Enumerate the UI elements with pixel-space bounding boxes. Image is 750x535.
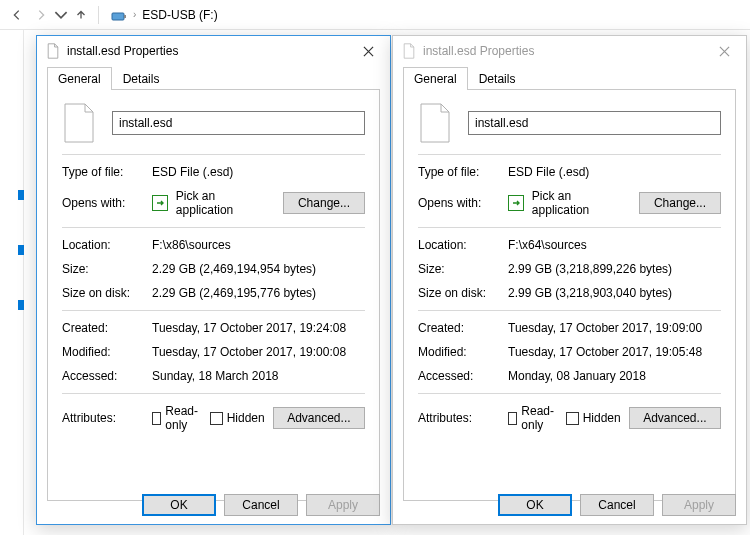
value-opens: Pick an application	[532, 189, 631, 217]
ok-button[interactable]: OK	[498, 494, 572, 516]
store-icon	[152, 195, 168, 211]
breadcrumb[interactable]: › ESD-USB (F:)	[111, 7, 218, 23]
change-button[interactable]: Change...	[283, 192, 365, 214]
usb-drive-icon	[111, 7, 127, 23]
label-size: Size:	[418, 262, 500, 276]
change-button[interactable]: Change...	[639, 192, 721, 214]
value-modified: Tuesday, 17 October 2017, 19:00:08	[152, 345, 365, 359]
nav-back-button[interactable]	[6, 4, 28, 26]
nav-up-button[interactable]	[70, 4, 92, 26]
titlebar[interactable]: install.esd Properties	[393, 36, 746, 66]
filename-text: install.esd	[119, 116, 172, 130]
label-attributes: Attributes:	[418, 411, 500, 425]
tab-content: install.esd Type of file: ESD File (.esd…	[47, 89, 380, 501]
filename-input[interactable]: install.esd	[112, 111, 365, 135]
value-created: Tuesday, 17 October 2017, 19:24:08	[152, 321, 365, 335]
close-button[interactable]	[710, 37, 738, 65]
value-modified: Tuesday, 17 October 2017, 19:05:48	[508, 345, 721, 359]
apply-button[interactable]: Apply	[306, 494, 380, 516]
label-modified: Modified:	[418, 345, 500, 359]
filename-input[interactable]: install.esd	[468, 111, 721, 135]
tab-general[interactable]: General	[47, 67, 112, 90]
file-large-icon	[62, 102, 96, 144]
checkbox-readonly[interactable]: Read-only	[508, 404, 558, 432]
file-icon	[401, 43, 417, 59]
label-created: Created:	[418, 321, 500, 335]
label-type: Type of file:	[418, 165, 500, 179]
filename-text: install.esd	[475, 116, 528, 130]
label-opens: Opens with:	[418, 196, 500, 210]
tab-general[interactable]: General	[403, 67, 468, 90]
label-disk: Size on disk:	[418, 286, 500, 300]
file-large-icon	[418, 102, 452, 144]
value-type: ESD File (.esd)	[508, 165, 721, 179]
cancel-button[interactable]: Cancel	[224, 494, 298, 516]
value-accessed: Monday, 08 January 2018	[508, 369, 721, 383]
store-icon	[508, 195, 524, 211]
value-location: F:\x64\sources	[508, 238, 721, 252]
label-type: Type of file:	[62, 165, 144, 179]
tab-details[interactable]: Details	[468, 67, 527, 90]
label-size: Size:	[62, 262, 144, 276]
advanced-button[interactable]: Advanced...	[629, 407, 721, 429]
readonly-label: Read-only	[521, 404, 557, 432]
tab-content: install.esd Type of file: ESD File (.esd…	[403, 89, 736, 501]
chevron-right-icon: ›	[133, 9, 136, 20]
sidebar-strip	[0, 30, 24, 535]
label-attributes: Attributes:	[62, 411, 144, 425]
properties-dialog-right: install.esd Properties General Details i…	[392, 35, 747, 525]
checkbox-hidden[interactable]: Hidden	[566, 411, 621, 425]
properties-dialog-left: install.esd Properties General Details i…	[36, 35, 391, 525]
advanced-button[interactable]: Advanced...	[273, 407, 365, 429]
tab-details[interactable]: Details	[112, 67, 171, 90]
close-button[interactable]	[354, 37, 382, 65]
dialog-buttons: OK Cancel Apply	[142, 494, 380, 516]
value-disk: 2.29 GB (2,469,195,776 bytes)	[152, 286, 365, 300]
svg-rect-1	[124, 15, 126, 18]
dialog-buttons: OK Cancel Apply	[498, 494, 736, 516]
value-size: 2.29 GB (2,469,194,954 bytes)	[152, 262, 365, 276]
ok-button[interactable]: OK	[142, 494, 216, 516]
label-location: Location:	[62, 238, 144, 252]
value-created: Tuesday, 17 October 2017, 19:09:00	[508, 321, 721, 335]
checkbox-readonly[interactable]: Read-only	[152, 404, 202, 432]
explorer-toolbar: › ESD-USB (F:)	[0, 0, 750, 30]
label-created: Created:	[62, 321, 144, 335]
value-accessed: Sunday, 18 March 2018	[152, 369, 365, 383]
label-modified: Modified:	[62, 345, 144, 359]
readonly-label: Read-only	[165, 404, 201, 432]
value-opens: Pick an application	[176, 189, 275, 217]
hidden-label: Hidden	[583, 411, 621, 425]
label-accessed: Accessed:	[418, 369, 500, 383]
file-icon	[45, 43, 61, 59]
label-opens: Opens with:	[62, 196, 144, 210]
label-location: Location:	[418, 238, 500, 252]
titlebar[interactable]: install.esd Properties	[37, 36, 390, 66]
title-text: install.esd Properties	[423, 44, 710, 58]
workspace: Rectangular Snip install.esd Properties …	[0, 30, 750, 535]
value-location: F:\x86\sources	[152, 238, 365, 252]
tabs: General Details	[37, 66, 390, 89]
value-disk: 2.99 GB (3,218,903,040 bytes)	[508, 286, 721, 300]
hidden-label: Hidden	[227, 411, 265, 425]
svg-rect-0	[112, 13, 124, 20]
tabs: General Details	[393, 66, 746, 89]
label-disk: Size on disk:	[62, 286, 144, 300]
nav-dropdown-button[interactable]	[54, 4, 68, 26]
label-accessed: Accessed:	[62, 369, 144, 383]
apply-button[interactable]: Apply	[662, 494, 736, 516]
value-size: 2.99 GB (3,218,899,226 bytes)	[508, 262, 721, 276]
cancel-button[interactable]: Cancel	[580, 494, 654, 516]
value-type: ESD File (.esd)	[152, 165, 365, 179]
title-text: install.esd Properties	[67, 44, 354, 58]
breadcrumb-label: ESD-USB (F:)	[142, 8, 217, 22]
nav-forward-button[interactable]	[30, 4, 52, 26]
checkbox-hidden[interactable]: Hidden	[210, 411, 265, 425]
